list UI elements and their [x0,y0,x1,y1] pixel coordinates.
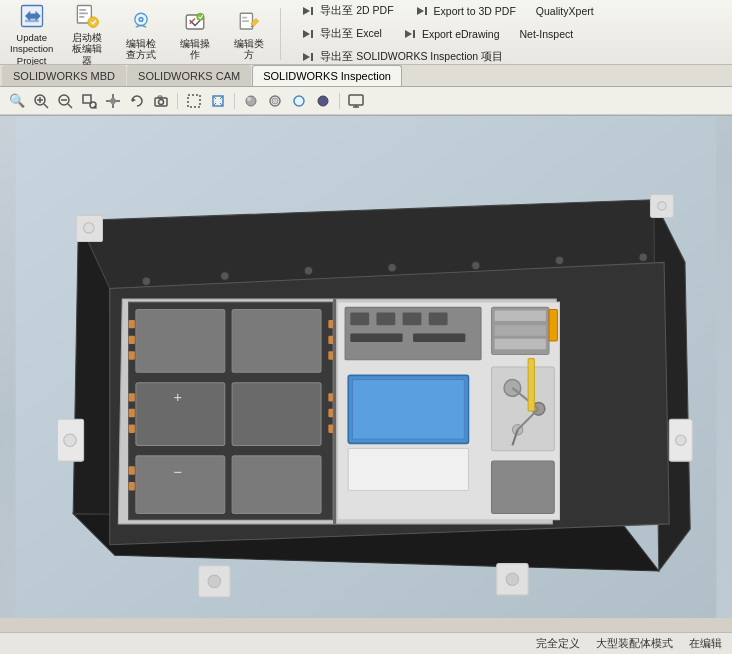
edit-inspection-button[interactable]: 编辑检 查方式 [115,4,167,64]
svg-rect-4 [79,12,88,14]
svg-point-55 [272,98,278,104]
edit-type-button[interactable]: 编辑类 方 [223,4,275,64]
tab-cam-label: SOLIDWORKS CAM [138,70,240,82]
edrawing-icon [402,26,418,42]
tab-mbd-label: SOLIDWORKS MBD [13,70,115,82]
export-edrawing-button[interactable]: Export eDrawing [396,24,506,44]
export-2d-button[interactable]: 导出至 2D PDF [294,1,399,21]
edit-operation-label: 编辑操 作 [180,38,210,61]
svg-rect-82 [129,482,135,490]
svg-rect-34 [83,95,91,103]
qualityxpert-button[interactable]: QualityXpert [530,3,600,19]
3d-model-svg: + − [0,116,732,618]
tab-mbd[interactable]: SOLIDWORKS MBD [2,65,126,86]
display3-button[interactable] [288,90,310,112]
svg-rect-24 [413,30,415,38]
ribbon-row-2: 导出至 Excel Export eDrawing Net-Inspect [294,24,720,44]
edit-operation-button[interactable]: 编辑操 作 [169,4,221,64]
qualityxpert-label: QualityXpert [536,5,594,17]
svg-marker-19 [417,7,424,15]
svg-rect-26 [311,53,313,61]
monitor-button[interactable] [345,90,367,112]
edit-operation-icon [179,8,211,36]
export-solidworks-button[interactable]: 导出至 SOLIDWORKS Inspection 项目 [294,47,509,67]
svg-rect-46 [188,95,200,107]
edit-inspection-label: 编辑检 查方式 [126,38,156,61]
zoom-in-button[interactable] [30,90,52,112]
svg-point-128 [658,202,666,210]
svg-rect-1 [25,19,39,22]
display2-button[interactable] [264,90,286,112]
svg-rect-22 [311,30,313,38]
svg-rect-18 [311,7,313,15]
svg-rect-58 [349,95,363,105]
zoom-out-button[interactable] [54,90,76,112]
svg-marker-17 [303,7,310,15]
launch-template-button[interactable]: 启动模 板编辑 器 [61,4,113,64]
toolbar2: 🔍 [0,87,732,115]
svg-rect-69 [136,309,225,372]
svg-rect-77 [129,351,135,359]
svg-rect-5 [79,16,84,18]
net-inspect-label: Net-Inspect [520,28,574,40]
export-3d-button[interactable]: Export to 3D PDF [408,1,522,21]
export-excel-button[interactable]: 导出至 Excel [294,24,388,44]
svg-rect-15 [242,20,249,22]
rotate-button[interactable] [126,90,148,112]
svg-rect-76 [129,336,135,344]
zoom-box-button[interactable] [78,90,100,112]
svg-point-118 [64,434,77,447]
camera-button[interactable] [150,90,172,112]
update-inspection-button[interactable]: Update Inspection Project [4,4,59,64]
ribbon-row-1: 导出至 2D PDF Export to 3D PDF QualityXpert [294,1,720,21]
svg-rect-98 [350,334,402,342]
tab-inspection-label: SOLIDWORKS Inspection [263,70,391,82]
tab-cam[interactable]: SOLIDWORKS CAM [127,65,251,86]
svg-rect-75 [129,320,135,328]
svg-marker-21 [303,30,310,38]
display1-button[interactable] [240,90,262,112]
export-edrawing-label: Export eDrawing [422,28,500,40]
box-select-button[interactable] [183,90,205,112]
svg-rect-104 [549,309,557,340]
svg-text:+: + [173,389,182,405]
wireframe-button[interactable] [207,90,229,112]
svg-rect-74 [232,456,321,514]
svg-line-28 [44,104,48,108]
sep-tb3 [339,93,340,109]
svg-point-37 [110,98,116,104]
sw-icon [300,49,316,65]
svg-point-135 [639,253,647,261]
edit-inspection-icon [125,8,157,36]
svg-rect-78 [129,393,135,401]
svg-rect-20 [425,7,427,15]
svg-rect-107 [348,449,468,491]
svg-rect-97 [429,313,448,326]
launch-template-label: 启动模 板编辑 器 [72,32,102,66]
large-assembly-status: 大型装配体模式 [596,636,673,651]
svg-rect-72 [232,383,321,446]
search-button[interactable]: 🔍 [6,90,28,112]
fully-defined-label: 完全定义 [536,636,580,651]
svg-rect-70 [232,309,321,372]
net-inspect-button[interactable]: Net-Inspect [514,26,580,42]
svg-rect-14 [242,16,247,18]
pan-button[interactable] [102,90,124,112]
tab-inspection[interactable]: SOLIDWORKS Inspection [252,65,402,86]
fully-defined-status: 完全定义 [536,636,580,651]
svg-marker-42 [132,98,136,102]
ribbon-row-3: 导出至 SOLIDWORKS Inspection 项目 [294,47,720,67]
svg-rect-3 [79,9,86,11]
export-3d-icon [414,3,430,19]
svg-rect-103 [495,339,546,349]
export-excel-label: 导出至 Excel [320,27,382,41]
svg-rect-115 [528,359,534,411]
viewport[interactable]: + − [0,116,732,618]
sep-tb1 [177,93,178,109]
svg-point-126 [84,223,94,233]
svg-marker-25 [303,53,310,61]
svg-rect-45 [158,96,162,98]
svg-point-52 [246,96,256,106]
svg-rect-116 [492,461,555,513]
display4-button[interactable] [312,90,334,112]
